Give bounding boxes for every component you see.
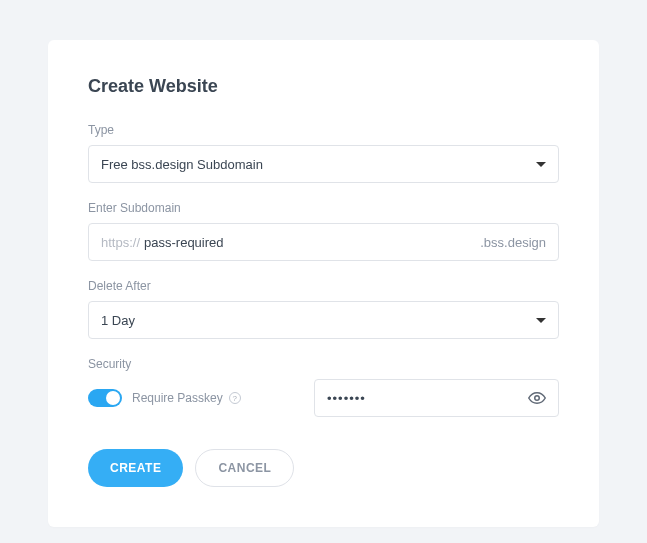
field-subdomain: Enter Subdomain https:// .bss.design (88, 201, 559, 261)
field-delete-after: Delete After 1 Day (88, 279, 559, 339)
actions-row: CREATE CANCEL (88, 449, 559, 487)
subdomain-label: Enter Subdomain (88, 201, 559, 215)
subdomain-input-group[interactable]: https:// .bss.design (88, 223, 559, 261)
create-button[interactable]: CREATE (88, 449, 183, 487)
help-icon[interactable]: ? (229, 392, 241, 404)
field-type: Type Free bss.design Subdomain (88, 123, 559, 183)
security-row: Require Passkey ? (88, 379, 559, 417)
page-title: Create Website (88, 76, 559, 97)
passkey-input[interactable] (327, 391, 528, 406)
require-passkey-text: Require Passkey (132, 391, 223, 405)
chevron-down-icon (536, 162, 546, 167)
subdomain-input[interactable] (144, 235, 472, 250)
require-passkey-toggle[interactable] (88, 389, 122, 407)
type-select-value: Free bss.design Subdomain (101, 157, 263, 172)
delete-after-label: Delete After (88, 279, 559, 293)
field-security: Security Require Passkey ? (88, 357, 559, 417)
svg-point-0 (535, 396, 540, 401)
require-passkey-group: Require Passkey ? (88, 389, 298, 407)
subdomain-suffix: .bss.design (480, 235, 546, 250)
chevron-down-icon (536, 318, 546, 323)
subdomain-prefix: https:// (101, 235, 140, 250)
security-label: Security (88, 357, 559, 371)
require-passkey-label: Require Passkey ? (132, 391, 241, 405)
eye-icon[interactable] (528, 389, 546, 407)
delete-after-value: 1 Day (101, 313, 135, 328)
delete-after-select[interactable]: 1 Day (88, 301, 559, 339)
cancel-button[interactable]: CANCEL (195, 449, 294, 487)
type-select[interactable]: Free bss.design Subdomain (88, 145, 559, 183)
create-website-card: Create Website Type Free bss.design Subd… (48, 40, 599, 527)
type-label: Type (88, 123, 559, 137)
passkey-box[interactable] (314, 379, 559, 417)
